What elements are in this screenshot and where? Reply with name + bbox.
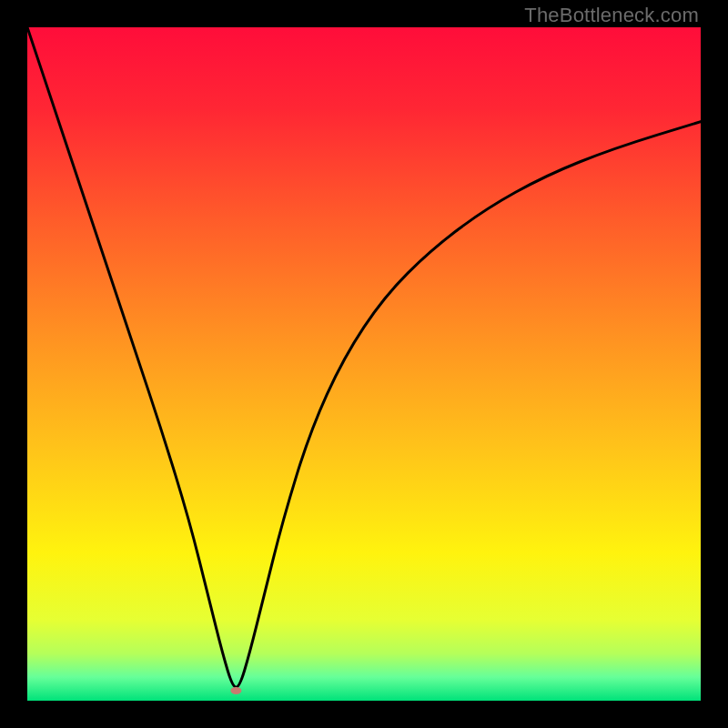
minimum-marker bbox=[230, 687, 241, 694]
chart-frame bbox=[27, 27, 701, 701]
gradient-background bbox=[27, 27, 701, 701]
watermark-text: TheBottleneck.com bbox=[524, 4, 699, 27]
bottleneck-chart bbox=[27, 27, 701, 701]
